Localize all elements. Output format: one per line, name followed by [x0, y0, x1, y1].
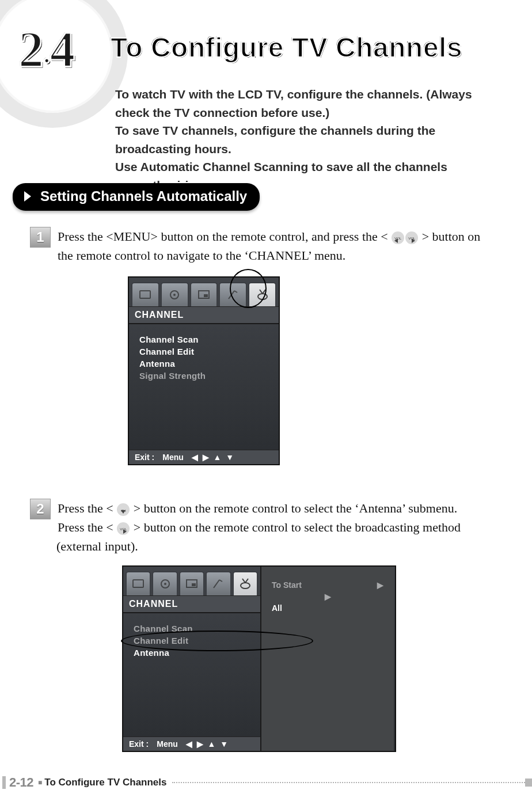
svg-rect-4	[204, 294, 208, 297]
osd2-right-to-start: To Start ▶	[272, 579, 383, 591]
footer-dotted-rule	[172, 782, 525, 784]
osd2-header: CHANNEL	[123, 595, 260, 613]
page-footer: 2-12 ■ To Configure TV Channels	[0, 775, 532, 790]
step-2: 2 Press the < > button on the remote con…	[30, 499, 495, 556]
subsection-header: Setting Channels Automatically	[13, 183, 260, 211]
footer-title: To Configure TV Channels	[44, 777, 166, 788]
vol-right-icon	[405, 231, 418, 244]
callout-circle-channel-tab	[230, 269, 267, 308]
tab-audio-icon	[152, 571, 177, 595]
osd-item-channel-scan: Channel Scan	[137, 333, 271, 345]
osd-item-antenna: Antenna	[137, 358, 271, 370]
intro-text: To watch TV with the LCD TV, configure t…	[115, 85, 500, 194]
nav-arrows-icon: ◀ ▶ ▲ ▼	[186, 739, 229, 749]
tab-display-icon	[126, 571, 151, 595]
step-1: 1 Press the <MENU> button on the remote …	[30, 227, 495, 265]
footer-square-icon: ■	[38, 779, 42, 787]
step-2-text: Press the < > button on the remote contr…	[56, 499, 495, 556]
svg-point-8	[164, 583, 166, 585]
osd2-right-arrow: ▶	[272, 591, 383, 602]
footer-bar-icon	[2, 776, 6, 789]
vol-left-icon	[392, 231, 404, 244]
vol-right-icon	[117, 522, 130, 535]
osd-header: CHANNEL	[129, 306, 279, 324]
intro-line-1: To watch TV with the LCD TV, configure t…	[115, 88, 472, 119]
osd-item-channel-edit: Channel Edit	[137, 345, 271, 358]
step-badge-1: 1	[30, 227, 51, 248]
osd-channel-antenna: CHANNEL Channel Scan Channel Edit Antenn…	[122, 565, 396, 752]
osd-body: Channel Scan Channel Edit Antenna Signal…	[129, 324, 279, 451]
osd-item-signal-strength: Signal Strength	[137, 370, 271, 382]
svg-rect-6	[133, 580, 143, 587]
section-number: 2.4	[18, 20, 74, 78]
osd-footer: Exit : Menu ◀ ▶ ▲ ▼	[129, 450, 279, 464]
osd2-footer: Exit : Menu ◀ ▶ ▲ ▼	[123, 736, 260, 751]
nav-arrows-icon: ◀ ▶ ▲ ▼	[192, 453, 235, 462]
footer-page-number: 2-12	[9, 775, 33, 790]
tab-setup-icon	[206, 571, 231, 595]
osd2-right-all: All	[272, 602, 383, 614]
tab-pip-icon	[179, 571, 204, 595]
tab-display-icon	[131, 282, 159, 306]
svg-point-2	[173, 294, 176, 296]
svg-point-11	[241, 583, 250, 588]
svg-rect-0	[140, 291, 150, 298]
chevron-right-icon	[24, 191, 31, 202]
tab-audio-icon	[161, 282, 189, 306]
page-title: To Configure TV Channels	[111, 32, 462, 63]
intro-line-2: To save TV channels, configure the chann…	[115, 124, 435, 155]
osd2-tabstrip	[123, 567, 260, 595]
osd2-right-panel: To Start ▶ ▶ All	[261, 567, 394, 751]
footer-end-icon	[525, 779, 532, 787]
tab-pip-icon	[190, 282, 218, 306]
ch-down-icon	[117, 503, 130, 516]
step-badge-2: 2	[30, 499, 51, 519]
callout-ellipse-antenna	[121, 631, 313, 651]
svg-rect-10	[192, 583, 196, 586]
tab-channel-icon	[233, 571, 258, 595]
step-1-text: Press the <MENU> button on the remote co…	[56, 227, 495, 265]
